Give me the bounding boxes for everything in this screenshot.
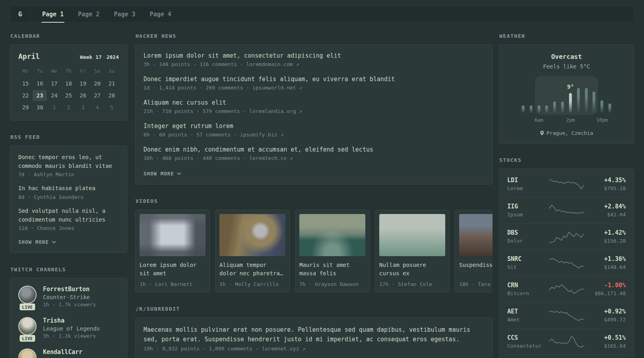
video-meta: 18h · Tara [459,281,493,287]
video-thumbnail [459,214,493,256]
rss-item[interactable]: Donec tempor eros leo, ut commodo mauris… [18,153,119,177]
rss-item[interactable]: Sed volutpat nulla nisl, a condimentum n… [18,207,119,231]
stock-change: +0.92% [588,308,626,315]
dashboard-page: G Page 1 Page 2 Page 3 Page 4 CALENDAR A… [0,0,644,358]
calendar-day-next-month: 1 [47,102,61,113]
weather-condition: Overcast [507,53,626,60]
rss-item-title: Sed volutpat nulla nisl, a condimentum n… [18,207,119,224]
video-card[interactable]: Lorem ipsum dolor sit amet consectetu… 1… [135,210,210,292]
video-card[interactable]: Nullam posuere cursus ex 17h · Stefan Co… [375,210,450,292]
rss-item-title: In hac habitasse platea [18,184,119,193]
stock-name: Sit [507,264,545,270]
weather-location-text: Prague, Czechia [547,130,593,136]
subreddit-section-title: /R/SUBREDDIT [136,306,493,312]
hn-story-meta: 16h · 468 points · 440 comments · loremt… [144,155,484,161]
stock-sparkline [549,282,584,296]
weather-feels-like: Feels like 5°C [507,63,626,70]
app-logo[interactable]: G [10,6,30,22]
hn-story[interactable]: Aliquam nec cursus elit 21h · 710 points… [144,99,484,114]
subreddit-meta-text: 19h · 9,932 points · 1,090 comments · [144,346,259,352]
weather-bar [537,105,540,113]
hn-story[interactable]: Integer eget rutrum lorem 6h · 60 points… [144,123,484,138]
hn-story-domain-link[interactable]: ipsumify.biz ↗ [240,132,284,138]
tab-page-2[interactable]: Page 2 [78,6,99,22]
hn-show-more-button[interactable]: SHOW MORE [144,171,181,177]
twitch-channel[interactable]: LIVE ForrestBurton Counter-Strike 1h · 1… [18,286,119,307]
channel-game: League of Legends [43,325,100,332]
twitch-channel[interactable]: LIVE KendallCarr [18,348,119,358]
stock-row[interactable]: CCS Consectetur +0.51% $165.84 [506,328,627,354]
video-thumbnail [219,214,285,256]
hn-story-meta: 21h · 710 points · 579 comments · loreml… [144,108,484,114]
dow-label: Mo [18,66,33,77]
subreddit-card: Maecenas mollis pulvinar erat non posuer… [135,317,493,358]
stock-price: $148.64 [588,264,626,270]
tab-page-4[interactable]: Page 4 [150,6,171,22]
rss-item[interactable]: In hac habitasse platea 8d · Cynthia Sau… [18,184,119,200]
hn-story-domain-link[interactable]: ipsumworld.net ↗ [252,85,302,91]
calendar-week-year: Week 17·2024 [80,54,119,60]
calendar-day: 29 [18,102,33,113]
stock-row[interactable]: LDI Lorem +4.35% $795.18 [506,171,627,197]
stock-change: +1.36% [588,255,626,263]
video-card[interactable]: Aliquam tempor dolor nec pharetra… 1h · … [215,210,290,292]
video-thumbnail [379,214,445,256]
tab-page-3[interactable]: Page 3 [114,6,135,22]
stock-row[interactable]: DBS Dolor +1.42% $156.28 [506,223,627,249]
stock-symbol: SNRC [507,255,545,263]
videos-row: Lorem ipsum dolor sit amet consectetu… 1… [135,210,493,292]
rss-card: Donec tempor eros leo, ut commodo mauris… [10,146,127,253]
stock-sparkline [549,335,584,348]
twitch-section-title: TWITCH CHANNELS [10,267,127,272]
stock-row[interactable]: SNRC Sit +1.36% $148.64 [506,249,627,276]
weather-bar [601,100,603,113]
hn-story-domain-link[interactable]: loremtech.co ↗ [249,155,293,161]
hn-meta-text: 1d · 1,414 points · 299 comments · [144,85,249,91]
twitch-channel[interactable]: LIVE Trisha League of Legends 3h · 1.2k … [18,317,119,339]
video-card[interactable]: Mauris sit amet massa felis 7h · Grayson… [295,210,370,292]
rss-show-more-button[interactable]: SHOW MORE [18,239,56,245]
left-sidebar: CALENDAR April Week 17·2024 Mo Tu We Th … [10,33,127,358]
rss-section-title: RSS FEED [10,134,127,140]
stock-sparkline [549,177,584,191]
stock-change: +4.35% [588,177,626,184]
stock-price: $795.18 [588,185,626,191]
weather-bar [522,105,524,113]
stock-row[interactable]: CRN Bitcorn -1.00% $66,171.48 [506,276,627,302]
hn-story[interactable]: Donec enim nibh, condimentum et accumsan… [144,146,484,161]
tab-page-1[interactable]: Page 1 [42,6,64,22]
avatar [18,286,37,304]
live-badge: LIVE [19,335,35,342]
video-card[interactable]: Suspendisse diam 18h · Tara [455,210,493,292]
calendar-day-selected: 23 [33,90,47,101]
hn-story[interactable]: Lorem ipsum dolor sit amet, consectetur … [144,52,484,67]
hn-meta-text: 16h · 468 points · 440 comments · [144,155,246,161]
calendar-day-next-month: 2 [61,102,76,113]
subreddit-post-title[interactable]: Maecenas mollis pulvinar erat non posuer… [144,325,484,344]
stock-row[interactable]: AHS +0.46% [506,354,627,358]
calendar-section-title: CALENDAR [10,33,127,39]
calendar-day: 30 [33,102,47,113]
stock-row[interactable]: IIG Ipsum +2.84% $42.04 [506,197,627,223]
avatar [18,348,37,358]
stock-symbol: IIG [507,203,545,210]
main-column: HACKER NEWS Lorem ipsum dolor sit amet, … [135,33,493,358]
weather-location: Prague, Czechia [507,130,626,136]
stock-row[interactable]: AET Amet +0.92% $499.72 [506,302,627,328]
hn-story-domain-link[interactable]: loremdomain.com ↗ [246,61,299,67]
weather-bar [561,101,564,113]
weather-columns: 9° [519,87,614,113]
calendar-day: 17 [47,78,61,89]
stock-symbol: LDI [507,177,545,184]
channel-name: Trisha [43,317,100,324]
avatar [18,317,37,335]
subreddit-domain-link[interactable]: loremnet.xyz ↗ [262,346,305,352]
rss-widget: RSS FEED Donec tempor eros leo, ut commo… [10,134,127,253]
hn-story[interactable]: Donec imperdiet augue tincidunt felis al… [144,76,484,91]
hn-story-domain-link[interactable]: loremlandia.org ↗ [249,108,302,114]
stock-sparkline [549,309,584,322]
stock-name: Ipsum [507,212,545,218]
top-navigation-bar: G Page 1 Page 2 Page 3 Page 4 [10,6,634,23]
weather-bar [530,105,532,113]
calendar-day: 22 [18,90,33,101]
